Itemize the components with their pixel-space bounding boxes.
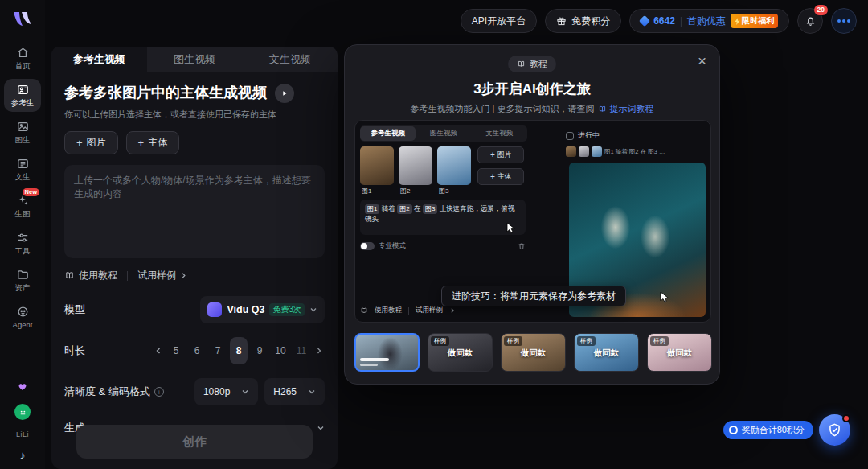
credits-icon (639, 15, 650, 27)
user-avatar[interactable] (831, 8, 857, 34)
demo-image-3: 图3 (437, 146, 471, 185)
demo-image-2: 图2 (399, 146, 432, 185)
model-select[interactable]: Vidu Q3 免费3次 (200, 296, 325, 323)
api-platform-button[interactable]: API开放平台 (461, 9, 537, 33)
reference-panel-card: 参考多张图片中的主体生成视频 你可以上传图片选择主体，或者直接使用已保存的主体 … (51, 72, 338, 469)
tab-text-video[interactable]: 文生视频 (242, 47, 338, 72)
sidebar-item-agent[interactable]: Agent (4, 301, 41, 332)
duration-next-button[interactable] (313, 347, 325, 355)
sidebar-bottom: LiLi ♪ (14, 379, 31, 461)
pro-mode-toggle (360, 242, 375, 250)
tools-icon (16, 231, 30, 245)
app-window: 首页 参考生 图生 文生 New (0, 0, 868, 469)
community-heart-icon[interactable] (15, 379, 30, 393)
avatar-graphic (837, 19, 841, 23)
demo-prompt-box: 图1 骑着 图2 在 图3 上快速奔跑，远景，俯视镜头 (360, 200, 526, 235)
bell-icon (805, 15, 817, 27)
vidu-logo[interactable] (11, 10, 34, 29)
panel-tabs: 参考生视频 图生视频 文生视频 (51, 47, 338, 72)
sample-card[interactable]: 样例 做同款 (574, 333, 639, 372)
chevron-down-icon (308, 388, 316, 396)
sidebar-item-home[interactable]: 首页 (4, 42, 41, 75)
prompt-tutorial-link[interactable]: 提示词教程 (598, 103, 653, 115)
demo-pro-mode-row: 专业模式 (360, 241, 526, 251)
card-caption-bar (360, 364, 378, 366)
quality-label: 清晰度 & 编码格式 i (64, 385, 164, 399)
sample-badge: 样例 (431, 336, 449, 346)
add-subject-button[interactable]: + 主体 (126, 131, 180, 154)
sample-card[interactable]: 样例 做同款 (501, 333, 566, 372)
duration-prev-button[interactable] (153, 347, 164, 355)
duration-option[interactable]: 7 (209, 341, 227, 360)
notifications-button[interactable]: 20 (797, 8, 823, 34)
api-platform-label: API开放平台 (472, 14, 526, 28)
demo-tabs: 参考生视频 图生视频 文生视频 (360, 125, 527, 142)
chevron-down-icon (309, 306, 317, 314)
image-video-icon (16, 120, 30, 134)
make-same-label: 做同款 (648, 348, 711, 359)
topbar: API开放平台 免费积分 6642 | 首购优惠 限时福利 20 (461, 8, 857, 34)
sample-card-selected[interactable] (354, 333, 420, 372)
reward-pill[interactable]: 奖励合计80积分 (723, 421, 813, 439)
lili-logo[interactable]: LiLi (16, 430, 29, 438)
duration-label: 时长 (64, 344, 85, 358)
home-icon (16, 46, 30, 60)
book-icon (598, 105, 607, 113)
sample-card[interactable]: 样例 做同款 (647, 333, 712, 372)
model-label: 模型 (64, 302, 85, 317)
sidebar-item-pic-gen[interactable]: New 生图 (4, 190, 41, 223)
demo-add-subject-button: +主体 (477, 168, 524, 185)
sidebar-item-label: 资产 (15, 283, 31, 294)
tip-bubble: 进阶技巧：将常用元素保存为参考素材 (441, 286, 626, 306)
gift-icon (556, 16, 567, 27)
duration-option[interactable]: 11 (293, 341, 310, 360)
card-caption-bar (360, 358, 389, 361)
sample-link[interactable]: 试用样例 (137, 269, 187, 282)
credits-pill[interactable]: 6642 | 首购优惠 限时福利 (629, 9, 789, 33)
book-icon (360, 306, 368, 315)
duration-option[interactable]: 10 (272, 341, 289, 360)
duration-option[interactable]: 5 (167, 341, 185, 360)
model-value: Vidu Q3 (227, 304, 264, 315)
demo-footer-links: 使用教程 试用样例 (360, 306, 456, 315)
sidebar-item-tools[interactable]: 工具 (4, 227, 41, 260)
sidebar: 首页 参考生 图生 文生 New (0, 0, 45, 469)
duration-option-selected[interactable]: 8 (230, 337, 248, 364)
duration-option[interactable]: 9 (251, 341, 268, 360)
play-intro-button[interactable] (275, 84, 294, 103)
generation-panel: 参考生视频 图生视频 文生视频 参考多张图片中的主体生成视频 你可以上传图片选择… (51, 47, 338, 469)
tab-reference-video[interactable]: 参考生视频 (51, 47, 147, 72)
duration-option[interactable]: 6 (188, 341, 206, 360)
free-credits-button[interactable]: 免费积分 (545, 9, 621, 33)
sample-badge: 样例 (504, 336, 522, 346)
demo-tab-reference: 参考生视频 (360, 126, 416, 141)
tab-image-video[interactable]: 图生视频 (147, 47, 243, 72)
sample-card[interactable]: 样例 做同款 (428, 333, 493, 372)
demo-add-image-button: +图片 (477, 146, 524, 163)
sidebar-item-image-gen[interactable]: 图生 (4, 116, 41, 149)
vidu-q3-icon (207, 302, 222, 317)
wechat-support-icon[interactable] (14, 404, 31, 420)
sidebar-item-assets[interactable]: 资产 (4, 264, 41, 297)
chevron-right-icon (180, 272, 187, 279)
tutorial-link[interactable]: 使用教程 (64, 269, 117, 282)
footer-divider (127, 271, 128, 281)
chevron-down-icon (317, 424, 325, 432)
resolution-select[interactable]: 1080p (194, 378, 258, 405)
close-icon[interactable]: × (698, 53, 706, 68)
rewards-fab[interactable] (819, 414, 850, 446)
prompt-input[interactable] (64, 165, 325, 258)
modal-subtitle: 参考生视频功能入门 | 更多提示词知识，请查阅 提示词教程 (345, 103, 719, 115)
codec-select[interactable]: H265 (264, 378, 325, 405)
bolt-icon (735, 18, 740, 25)
folder-icon (16, 268, 30, 282)
add-image-button[interactable]: + 图片 (64, 131, 118, 154)
create-button[interactable]: 创作 (76, 425, 313, 459)
first-purchase-link[interactable]: 首购优惠 (687, 14, 726, 28)
sidebar-item-reference[interactable]: 参考生 (4, 79, 41, 112)
book-icon (517, 60, 526, 68)
sidebar-item-label: 生图 (15, 209, 31, 220)
demo-image-1: 图1 (360, 146, 394, 185)
sidebar-item-text-gen[interactable]: 文生 (4, 153, 41, 186)
douyin-icon[interactable]: ♪ (19, 449, 26, 461)
